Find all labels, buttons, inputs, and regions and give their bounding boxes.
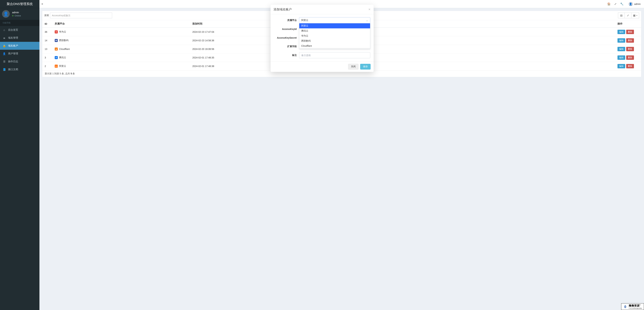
label-akid: AccessKeyId xyxy=(274,28,299,30)
add-account-modal: 添加域名账户 × 所属平台 阿里云 ⌄ 阿里云腾讯云华为云西部数码Cloudfl… xyxy=(270,5,374,72)
platform-option[interactable]: 华为云 xyxy=(299,34,370,39)
chevron-down-icon: ⌄ xyxy=(366,19,368,22)
modal-title: 添加域名账户 xyxy=(274,8,292,12)
watermark-logo-icon: ⟨┃⟩ xyxy=(623,305,628,308)
label-ext: 扩展字段 xyxy=(274,45,299,48)
label-aksecret: AccessKeySecret xyxy=(274,37,299,39)
label-platform: 所属平台 xyxy=(274,19,299,22)
platform-option[interactable]: Cloudflare xyxy=(299,44,370,48)
platform-selected: 阿里云 xyxy=(301,19,308,22)
save-button[interactable]: 保存 xyxy=(360,64,370,70)
label-remark: 备注 xyxy=(274,54,299,57)
watermark-sub: 打造互联网有趣的网站 xyxy=(629,307,642,309)
platform-dropdown: 阿里云腾讯云华为云西部数码Cloudflare xyxy=(299,23,370,48)
close-button[interactable]: 关闭 xyxy=(348,64,358,70)
platform-option[interactable]: 西部数码 xyxy=(299,39,370,44)
platform-option[interactable]: 阿里云 xyxy=(299,23,370,28)
platform-option[interactable]: 腾讯云 xyxy=(299,28,370,34)
platform-select[interactable]: 阿里云 ⌄ xyxy=(299,17,370,23)
remark-input[interactable] xyxy=(299,52,370,58)
watermark: ⟨┃⟩ 撸撸资源® 打造互联网有趣的网站 xyxy=(621,303,644,310)
watermark-title: 撸撸资源 xyxy=(629,304,640,307)
close-icon[interactable]: × xyxy=(368,8,370,11)
